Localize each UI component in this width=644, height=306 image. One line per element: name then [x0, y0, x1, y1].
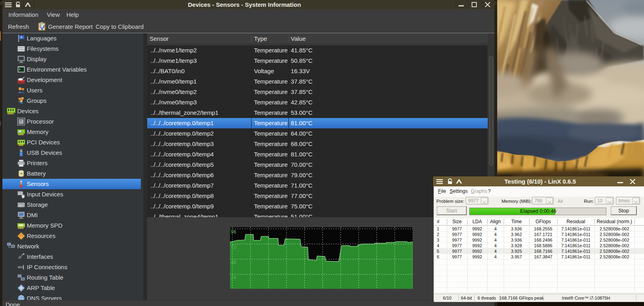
svg-text:72: 72: [231, 244, 236, 250]
svg-text:96: 96: [231, 229, 236, 235]
svg-text:48: 48: [231, 260, 236, 265]
svg-text:24: 24: [231, 275, 236, 280]
